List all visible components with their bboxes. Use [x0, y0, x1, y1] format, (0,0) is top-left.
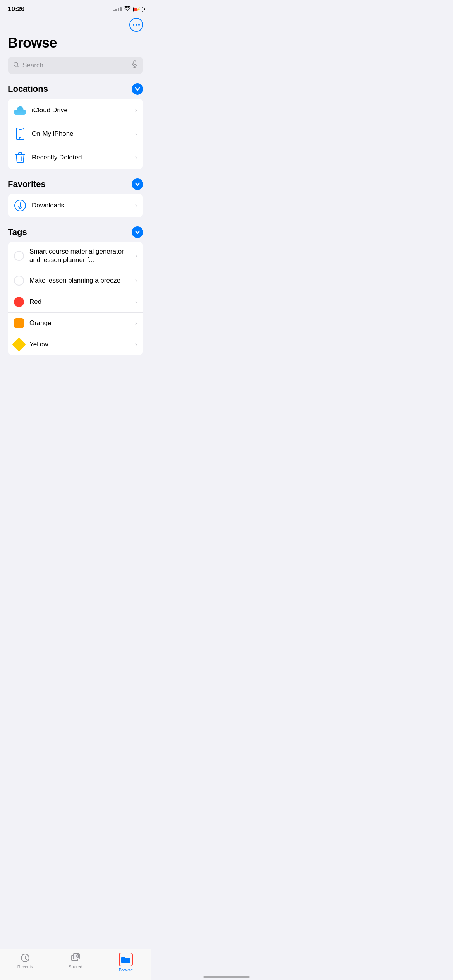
tag-orange-icon — [14, 318, 24, 328]
recently-deleted-item[interactable]: Recently Deleted › — [8, 146, 143, 169]
tag-yellow-item[interactable]: Yellow › — [8, 334, 143, 355]
tag-red-item[interactable]: Red › — [8, 291, 143, 313]
more-button[interactable] — [129, 18, 143, 32]
favorites-title: Favorites — [8, 179, 46, 189]
locations-title: Locations — [8, 84, 48, 94]
favorites-collapse-button[interactable] — [132, 178, 143, 190]
icloud-drive-item[interactable]: iCloud Drive › — [8, 99, 143, 122]
tag-red-label: Red — [29, 298, 130, 306]
search-bar[interactable]: Search — [8, 57, 143, 74]
favorites-list: Downloads › — [8, 194, 143, 217]
tag-red-icon — [14, 297, 24, 307]
tag-yellow-chevron: › — [135, 341, 137, 348]
microphone-icon[interactable] — [132, 60, 138, 70]
locations-collapse-button[interactable] — [132, 83, 143, 95]
tag-smart-course-chevron: › — [135, 252, 137, 259]
status-icons: ⚡ — [113, 6, 143, 13]
svg-rect-2 — [134, 61, 136, 65]
tag-yellow-icon — [12, 338, 26, 352]
svg-rect-5 — [16, 128, 24, 140]
tag-lesson-planning-item[interactable]: Make lesson planning a breeze › — [8, 270, 143, 291]
tag-lesson-planning-icon — [14, 276, 24, 286]
status-time: 10:26 — [8, 5, 24, 13]
tags-list: Smart course material generator and less… — [8, 242, 143, 355]
icloud-drive-chevron: › — [135, 107, 137, 114]
tags-section: Tags Smart course material generator and… — [0, 226, 151, 355]
status-bar: 10:26 ⚡ — [0, 0, 151, 16]
downloads-item[interactable]: Downloads › — [8, 194, 143, 217]
on-my-iphone-chevron: › — [135, 130, 137, 137]
signal-icon — [113, 7, 122, 11]
favorites-section: Favorites Downloads › — [0, 178, 151, 217]
tag-smart-course-label: Smart course material generator and less… — [29, 247, 130, 264]
tag-orange-chevron: › — [135, 320, 137, 327]
svg-line-1 — [17, 65, 19, 67]
wifi-icon — [124, 6, 131, 13]
tag-red-chevron: › — [135, 298, 137, 305]
header-area: Browse Search — [0, 16, 151, 74]
svg-rect-6 — [19, 129, 22, 130]
icloud-drive-label: iCloud Drive — [32, 106, 130, 114]
tag-lesson-planning-label: Make lesson planning a breeze — [29, 277, 130, 284]
recently-deleted-chevron: › — [135, 154, 137, 161]
tags-collapse-button[interactable] — [132, 226, 143, 238]
tag-lesson-planning-chevron: › — [135, 277, 137, 284]
tag-smart-course-item[interactable]: Smart course material generator and less… — [8, 242, 143, 270]
tag-yellow-label: Yellow — [29, 341, 130, 348]
on-my-iphone-item[interactable]: On My iPhone › — [8, 122, 143, 146]
tag-orange-label: Orange — [29, 319, 130, 327]
recently-deleted-label: Recently Deleted — [32, 154, 130, 161]
tag-orange-item[interactable]: Orange › — [8, 313, 143, 334]
svg-point-7 — [19, 137, 21, 139]
trash-icon — [14, 151, 26, 164]
search-icon — [13, 62, 19, 69]
icloud-icon — [14, 104, 26, 117]
favorites-header: Favorites — [8, 178, 143, 190]
battery-icon: ⚡ — [133, 7, 143, 12]
downloads-label: Downloads — [32, 202, 130, 209]
search-placeholder: Search — [22, 62, 129, 69]
locations-section: Locations — [0, 83, 151, 169]
tag-smart-course-icon — [14, 251, 24, 261]
locations-list: iCloud Drive › On My iPhone › — [8, 99, 143, 169]
locations-header: Locations — [8, 83, 143, 95]
on-my-iphone-label: On My iPhone — [32, 130, 130, 138]
downloads-icon — [14, 199, 26, 212]
tags-title: Tags — [8, 227, 27, 237]
iphone-icon — [14, 128, 26, 140]
page-title: Browse — [8, 35, 143, 51]
tags-header: Tags — [8, 226, 143, 238]
downloads-chevron: › — [135, 202, 137, 209]
